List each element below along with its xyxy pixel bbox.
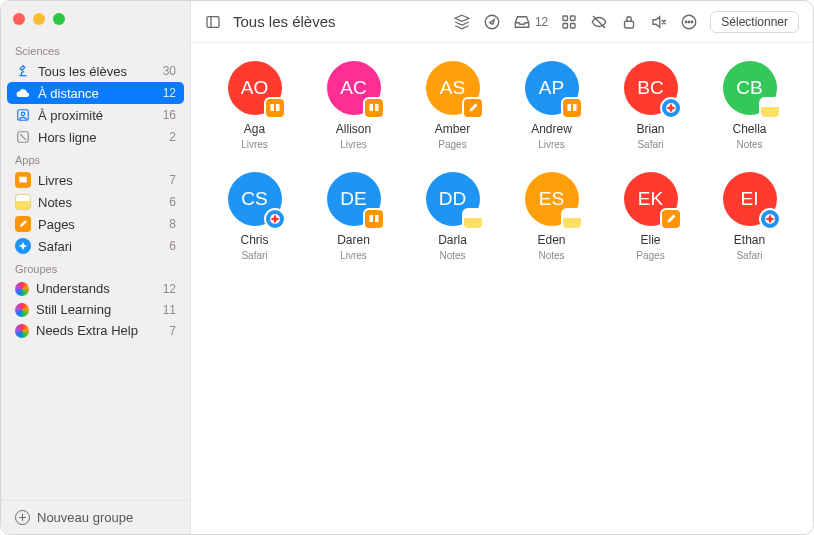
avatar-wrap: ES xyxy=(525,172,579,226)
sidebar-item-count: 12 xyxy=(163,86,176,100)
plus-circle-icon xyxy=(15,510,30,525)
svg-point-13 xyxy=(692,21,694,23)
microscope-icon xyxy=(15,63,31,79)
toolbar: Tous les élèves 12 Sélectionner xyxy=(191,1,813,43)
svg-rect-3 xyxy=(207,16,219,27)
student-app: Pages xyxy=(438,139,466,150)
offline-icon xyxy=(15,129,31,145)
student-app: Safari xyxy=(736,250,762,261)
student-tile[interactable]: APAndrewLivres xyxy=(502,61,601,150)
student-app: Notes xyxy=(736,139,762,150)
sidebar-toggle-button[interactable] xyxy=(205,14,221,30)
student-initials: EI xyxy=(741,188,759,210)
sidebar-item-nearby[interactable]: À proximité 16 xyxy=(1,104,190,126)
student-initials: EK xyxy=(638,188,663,210)
select-button[interactable]: Sélectionner xyxy=(710,11,799,33)
avatar-wrap: EI xyxy=(723,172,777,226)
close-window-button[interactable] xyxy=(13,13,25,25)
student-app: Livres xyxy=(241,139,268,150)
sidebar-item-label: Safari xyxy=(38,239,72,254)
student-initials: CS xyxy=(241,188,267,210)
zoom-window-button[interactable] xyxy=(53,13,65,25)
student-name: Daren xyxy=(337,233,370,247)
avatar-wrap: CS xyxy=(228,172,282,226)
sidebar-item-group-needs-help[interactable]: Needs Extra Help 7 xyxy=(1,320,190,341)
svg-rect-8 xyxy=(571,23,576,28)
minimize-window-button[interactable] xyxy=(33,13,45,25)
student-name: Amber xyxy=(435,122,470,136)
student-name: Chella xyxy=(732,122,766,136)
grid-view-icon[interactable] xyxy=(560,13,578,31)
avatar-wrap: AC xyxy=(327,61,381,115)
student-tile[interactable]: CBChellaNotes xyxy=(700,61,799,150)
student-name: Aga xyxy=(244,122,265,136)
avatar-wrap: BC xyxy=(624,61,678,115)
student-initials: AO xyxy=(241,77,268,99)
person-square-icon xyxy=(15,107,31,123)
student-name: Andrew xyxy=(531,122,572,136)
new-group-label: Nouveau groupe xyxy=(37,510,133,525)
stack-icon[interactable] xyxy=(453,13,471,31)
student-app: Livres xyxy=(340,250,367,261)
avatar-wrap: AS xyxy=(426,61,480,115)
student-tile[interactable]: CSChrisSafari xyxy=(205,172,304,261)
sidebar-item-group-understands[interactable]: Understands 12 xyxy=(1,278,190,299)
inbox-button[interactable]: 12 xyxy=(513,13,548,31)
student-app: Livres xyxy=(538,139,565,150)
sidebar-item-notes[interactable]: Notes 6 xyxy=(1,191,190,213)
student-name: Chris xyxy=(240,233,268,247)
sidebar-item-count: 16 xyxy=(163,108,176,122)
sidebar-item-count: 2 xyxy=(169,130,176,144)
student-app: Pages xyxy=(636,250,664,261)
avatar-wrap: CB xyxy=(723,61,777,115)
sidebar-item-remote[interactable]: À distance 12 xyxy=(7,82,184,104)
avatar-wrap: AO xyxy=(228,61,282,115)
sidebar-item-offline[interactable]: Hors ligne 2 xyxy=(1,126,190,148)
app-badge-notes-icon xyxy=(561,208,583,230)
sidebar-item-label: Tous les élèves xyxy=(38,64,127,79)
sidebar-item-livres[interactable]: Livres 7 xyxy=(1,169,190,191)
mute-icon[interactable] xyxy=(650,13,668,31)
compass-icon[interactable] xyxy=(483,13,501,31)
student-tile[interactable]: EIEthanSafari xyxy=(700,172,799,261)
sidebar-item-count: 12 xyxy=(163,282,176,296)
student-tile[interactable]: EKEliePages xyxy=(601,172,700,261)
student-tile[interactable]: DDDarlaNotes xyxy=(403,172,502,261)
sidebar-item-pages[interactable]: Pages 8 xyxy=(1,213,190,235)
student-app: Safari xyxy=(637,139,663,150)
student-tile[interactable]: ESEdenNotes xyxy=(502,172,601,261)
student-tile[interactable]: AOAgaLivres xyxy=(205,61,304,150)
sidebar-item-count: 6 xyxy=(169,239,176,253)
student-name: Elie xyxy=(640,233,660,247)
sidebar-item-label: À proximité xyxy=(38,108,103,123)
student-tile[interactable]: ASAmberPages xyxy=(403,61,502,150)
student-tile[interactable]: ACAllisonLivres xyxy=(304,61,403,150)
group-color-icon xyxy=(15,324,29,338)
sidebar-section-title: Sciences xyxy=(1,39,190,60)
student-tile[interactable]: BCBrianSafari xyxy=(601,61,700,150)
sidebar-item-label: Pages xyxy=(38,217,75,232)
lock-icon[interactable] xyxy=(620,13,638,31)
new-group-button[interactable]: Nouveau groupe xyxy=(1,500,190,534)
sidebar-item-safari[interactable]: Safari 6 xyxy=(1,235,190,257)
sidebar-item-label: Notes xyxy=(38,195,72,210)
avatar-wrap: EK xyxy=(624,172,678,226)
hide-icon[interactable] xyxy=(590,13,608,31)
notes-app-icon xyxy=(15,194,31,210)
sidebar-item-group-still-learning[interactable]: Still Learning 11 xyxy=(1,299,190,320)
student-name: Allison xyxy=(336,122,371,136)
student-tile[interactable]: DEDarenLivres xyxy=(304,172,403,261)
student-initials: ES xyxy=(539,188,564,210)
sidebar-section-groups: Groupes Understands 12 Still Learning 11… xyxy=(1,257,190,341)
student-initials: AC xyxy=(340,77,366,99)
sidebar-item-all-students[interactable]: Tous les élèves 30 xyxy=(1,60,190,82)
app-badge-pages-icon xyxy=(660,208,682,230)
sidebar-item-label: À distance xyxy=(38,86,99,101)
app-badge-livres-icon xyxy=(561,97,583,119)
cloud-icon xyxy=(15,85,31,101)
inbox-count: 12 xyxy=(535,15,548,29)
more-icon[interactable] xyxy=(680,13,698,31)
sidebar-item-label: Understands xyxy=(36,281,110,296)
svg-rect-5 xyxy=(563,16,568,21)
app-badge-notes-icon xyxy=(759,97,781,119)
